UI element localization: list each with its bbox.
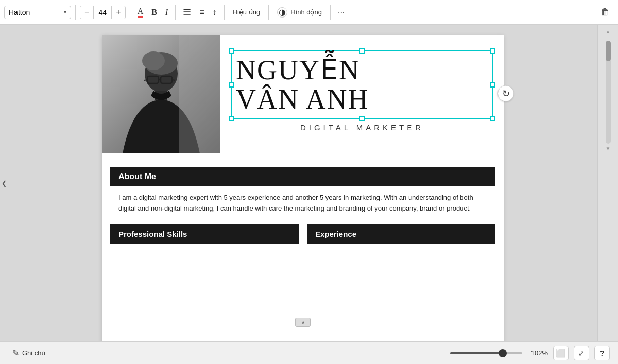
svg-rect-11 [179, 35, 220, 153]
list-button[interactable]: ≡ [196, 6, 207, 19]
bottom-padding [102, 244, 504, 264]
font-name: Hatton [9, 8, 30, 16]
line-spacing-icon: ↕ [213, 8, 217, 17]
about-section: About Me I am a digital marketing expert… [102, 167, 504, 220]
fullscreen-icon: ⤢ [578, 349, 585, 357]
divider-6 [330, 5, 331, 20]
right-panel: ▲ ▼ [597, 25, 618, 341]
zoom-value: 102% [527, 349, 548, 357]
main-toolbar: Hatton ▾ − 44 + A B I ☰ ≡ ↕ Hiệu ứng ◑ H… [0, 0, 618, 25]
resume-document: NGUYỄN VÂN ANH ↻ DIGITAL MARKETER [102, 35, 504, 341]
main-area: ❮ [0, 25, 618, 341]
profile-photo [102, 35, 220, 153]
name-line1: NGUYỄN [236, 56, 488, 85]
divider-2 [130, 5, 130, 20]
effects-button[interactable]: Hiệu ứng [229, 6, 265, 18]
handle-mid-right[interactable] [490, 82, 495, 88]
skills-experience-row: Professional Skills Experience [110, 224, 495, 244]
resume-name: NGUYỄN VÂN ANH [236, 56, 488, 114]
italic-button[interactable]: I [162, 6, 171, 19]
canvas-scroll-hint[interactable]: ∧ [295, 318, 311, 327]
skills-header: Professional Skills [110, 224, 299, 244]
divider-1 [75, 5, 76, 20]
scrollbar-track[interactable] [606, 41, 611, 144]
fullscreen-button[interactable]: ⤢ [574, 346, 589, 360]
help-icon: ? [600, 349, 605, 357]
rotate-handle[interactable]: ↻ [497, 85, 514, 102]
notes-label: Ghi chú [22, 349, 45, 357]
divider-3 [175, 5, 176, 20]
animation-label: Hình động [290, 8, 322, 16]
rotate-icon: ↻ [502, 88, 510, 99]
scrollbar-thumb[interactable] [606, 41, 611, 61]
handle-top-right[interactable] [490, 48, 495, 54]
canvas-wrapper: NGUYỄN VÂN ANH ↻ DIGITAL MARKETER [102, 35, 504, 331]
handle-mid-top[interactable] [359, 48, 365, 54]
line-spacing-button[interactable]: ↕ [210, 6, 220, 19]
name-text-box[interactable]: NGUYỄN VÂN ANH [231, 50, 493, 119]
handle-bottom-left[interactable] [229, 116, 234, 121]
name-section: NGUYỄN VÂN ANH ↻ DIGITAL MARKETER [220, 35, 504, 159]
page-count-icon: ⬜ [556, 348, 566, 358]
font-size-control: − 44 + [80, 6, 126, 19]
align-button[interactable]: ☰ [180, 5, 194, 20]
bottom-bar: ✎ Ghi chú 102% ⬜ ⤢ ? [0, 341, 618, 364]
svg-line-9 [144, 80, 147, 80]
font-size-value: 44 [93, 6, 112, 19]
handle-top-left[interactable] [229, 48, 234, 54]
notes-button[interactable]: ✎ Ghi chú [8, 346, 49, 360]
font-selector[interactable]: Hatton ▾ [4, 6, 71, 19]
animation-button[interactable]: ◑ Hình động [273, 5, 326, 20]
resume-header: NGUYỄN VÂN ANH ↻ DIGITAL MARKETER [102, 35, 504, 159]
handle-mid-bottom[interactable] [359, 116, 365, 121]
delete-button[interactable]: 🗑 [596, 5, 614, 20]
zoom-slider-fill [450, 352, 504, 354]
font-size-decrease-button[interactable]: − [80, 6, 93, 19]
about-me-text: I am a digital marketing expert with 5 y… [110, 186, 495, 220]
text-color-button[interactable]: A [134, 5, 147, 20]
left-arrow-icon: ❮ [2, 180, 7, 187]
divider-4 [224, 5, 225, 20]
left-panel-arrow[interactable]: ❮ [0, 25, 8, 341]
zoom-knob[interactable] [499, 349, 507, 357]
scroll-hint-icon: ∧ [301, 320, 305, 325]
list-icon: ≡ [199, 8, 204, 17]
svg-line-10 [172, 80, 175, 80]
zoom-controls: 102% ⬜ ⤢ ? [56, 346, 610, 360]
font-size-increase-button[interactable]: + [112, 6, 125, 19]
help-button[interactable]: ? [594, 346, 610, 360]
animation-icon: ◑ [277, 7, 287, 18]
about-me-header: About Me [110, 167, 495, 186]
zoom-slider-container [450, 352, 522, 354]
experience-header: Experience [307, 224, 495, 244]
handle-bottom-right[interactable] [490, 116, 495, 121]
chevron-down-icon: ▾ [64, 9, 66, 15]
canvas-area: NGUYỄN VÂN ANH ↻ DIGITAL MARKETER [8, 25, 597, 341]
handle-mid-left[interactable] [229, 82, 234, 88]
photo-section [102, 35, 220, 159]
zoom-slider[interactable] [450, 352, 522, 354]
more-options-button[interactable]: ··· [335, 6, 348, 19]
align-icon: ☰ [183, 7, 191, 18]
job-title: DIGITAL MARKETER [231, 123, 493, 132]
name-line2: VÂN ANH [236, 85, 488, 114]
note-icon: ✎ [12, 348, 19, 358]
svg-point-5 [142, 51, 165, 70]
page-count-button[interactable]: ⬜ [553, 346, 569, 360]
profile-photo-svg [102, 35, 220, 153]
bold-button[interactable]: B [148, 6, 160, 19]
divider-5 [268, 5, 269, 20]
text-color-icon: A [138, 7, 144, 18]
